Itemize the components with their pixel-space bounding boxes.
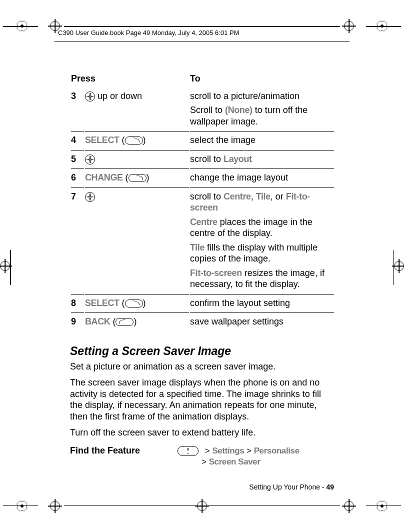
step-to: save wallpaper settings [190,312,334,330]
frame-line-bottom [64,506,340,506]
step-press [85,188,189,293]
right-softkey-icon [125,136,143,144]
step-to: change the image layout [190,168,334,186]
nav-key-icon [85,92,95,102]
registration-mark [342,19,356,33]
step-to: confirm the layout setting [190,294,334,312]
ui-label-fit-to-screen: Fit-to-screen [190,268,242,278]
to-line: scroll to Centre, Tile, or Fit-to-screen [190,191,334,214]
to-line: Tile fills the display with multiple cop… [190,242,334,264]
page-number: 49 [326,483,334,491]
crop-dot-bl [16,500,28,512]
header-rule [54,41,350,42]
nav-key-icon [85,192,95,202]
menu-key-icon [178,446,198,456]
page-footer: Setting Up Your Phone - 49 [249,483,334,491]
find-path-block: > Settings > Personalise > Screen Saver [178,446,300,468]
registration-mark [48,499,62,513]
text: scroll to [190,192,224,202]
text: scroll to [190,154,224,164]
step-to: scroll to a picture/animation Scroll to … [190,88,334,130]
step-number: 6 [71,168,84,186]
text: fills the display with multiple copies o… [190,242,318,264]
ui-label-change: CHANGE [85,172,123,182]
step-press: SELECT () [85,131,189,149]
find-the-feature: Find the Feature > Settings > Personalis… [70,446,335,468]
ui-label-centre: Centre [190,217,218,227]
step-press: BACK () [85,312,189,330]
col-header-to: To [190,71,334,86]
nav-key-icon [85,154,95,164]
to-line: Fit-to-screen resizes the image, if nece… [190,268,334,290]
step-to: select the image [190,131,334,149]
crop-tick [366,506,401,506]
left-softkey-icon [116,318,134,326]
to-line: Scroll to (None) to turn off the wallpap… [190,104,334,127]
registration-mark [342,499,356,513]
right-softkey-icon [128,174,146,182]
ui-label-none: (None) [225,105,252,115]
step-to: scroll to Centre, Tile, or Fit-to-screen… [190,188,334,293]
ui-label-personalise: Personalise [254,446,300,456]
crop-tick [10,250,11,285]
step-number: 4 [71,131,84,149]
text: > [202,457,209,466]
step-to: scroll to Layout [190,150,334,168]
section-heading: Setting a Screen Saver Image [70,344,335,358]
text: > [244,446,254,456]
ui-label-select: SELECT [85,135,120,145]
source-file-header: C390 User Guide.book Page 49 Monday, Jul… [58,29,240,36]
step-press: SELECT () [85,294,189,312]
ui-label-centre: Centre [224,192,251,202]
steps-table: Press To 3 up or down scroll to a pictur… [70,70,335,332]
crop-dot-br [376,500,388,512]
step-number: 3 [71,88,84,130]
frame-line-top [64,26,340,27]
text: , or [270,192,286,202]
step-press [85,150,189,168]
body-paragraph: Set a picture or animation as a screen s… [70,361,335,372]
step-press: up or down [85,88,189,130]
to-line: scroll to a picture/animation [190,90,334,102]
crop-tick [366,26,401,27]
step-number: 8 [71,294,84,312]
to-line: Centre places the image in the centre of… [190,216,334,239]
text: Scroll to [190,105,225,115]
body-paragraph: The screen saver image displays when the… [70,377,335,422]
step-number: 7 [71,188,84,293]
text: > [205,446,212,456]
ui-label-settings: Settings [212,446,244,456]
text: , [251,192,256,202]
ui-label-back: BACK [85,316,110,326]
body-paragraph: Turn off the screen saver to extend batt… [70,427,335,438]
crop-tick [394,250,394,285]
col-header-press: Press [71,71,189,86]
ui-label-select: SELECT [85,298,120,308]
find-label: Find the Feature [70,446,178,456]
right-softkey-icon [125,300,143,308]
ui-label-layout: Layout [224,154,252,164]
step-number: 5 [71,150,84,168]
page-content: Press To 3 up or down scroll to a pictur… [70,70,335,468]
ui-label-tile: Tile [190,242,204,252]
step-press: CHANGE () [85,168,189,186]
registration-mark [195,499,209,513]
step-number: 9 [71,312,84,330]
press-text: up or down [95,91,142,101]
ui-label-screen-saver: Screen Saver [209,457,260,466]
footer-text: Setting Up Your Phone - [249,483,326,491]
ui-label-tile: Tile [256,192,270,202]
